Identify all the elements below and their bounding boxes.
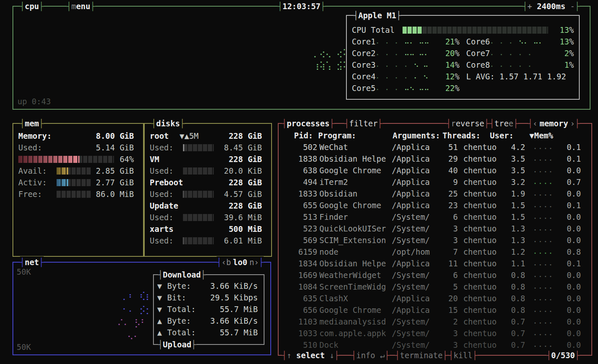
network-stat-value: 3.66 KiB/s [210, 315, 258, 327]
process-arguments: /System/ [390, 269, 435, 281]
disk-size: 228 GiB [199, 130, 262, 142]
network-stat-label: Bit: [167, 292, 210, 303]
process-row[interactable]: 1103 mediaanalysisd /System/ 2 chentuo 0… [279, 316, 591, 327]
process-row[interactable]: 1033 com.apple.appk /System/ 3 chentuo 0… [279, 327, 591, 339]
menu-button[interactable]: menu [67, 0, 95, 12]
process-arguments: /Applica [390, 199, 435, 211]
process-row[interactable]: 569 SCIM_Extension /System/ 3 chentuo 1.… [279, 234, 591, 246]
disk-item: Update 228 GiB Used: 39.6 MiB [150, 200, 262, 223]
process-mem-percent: 0.7 [508, 327, 525, 339]
disk-io-rate: ▼▲5M [180, 130, 199, 142]
select-control[interactable]: ↑ select ↓ [282, 349, 339, 361]
header-pid[interactable]: Pid: [294, 130, 313, 141]
terminate-button[interactable]: terminate [395, 349, 447, 361]
process-pid: 513 [284, 211, 317, 223]
process-row[interactable]: 638 Google Chrome /Applica 40 chentuo 3.… [279, 165, 591, 176]
memory-gauge-meter [57, 179, 91, 186]
tree-view-button[interactable]: tree [489, 118, 518, 129]
cpu-total-label: CPU Total [352, 24, 399, 36]
process-row[interactable]: 6159 node /opt/hom 7 chentuo 1.2 ⠄⠄⠄⠄ 0.… [279, 246, 591, 258]
info-button[interactable]: info ↵ [351, 349, 390, 361]
process-cpu-graph: ⠄⠄⠄⠄ [525, 339, 554, 351]
process-cpu-graph: ⠄⠄⠄⠄ [525, 269, 554, 281]
process-threads: 23 [435, 199, 458, 211]
process-pid: 1103 [284, 316, 317, 327]
process-row[interactable]: 502 WeChat /Applica 51 chentuo 4.2 ⠄⠄⠄⠄ … [279, 141, 591, 153]
direction-arrow-icon: ▲ [157, 315, 167, 327]
process-pid: 494 [284, 176, 317, 188]
process-row[interactable]: 1833 Obsidian /Applica 25 chentuo 1.9 ⠄⠄… [279, 188, 591, 199]
filter-button[interactable]: filter [344, 118, 383, 129]
header-mem-sort[interactable]: ▼Mem% [529, 130, 553, 141]
disk-name-row: xarts 500 MiB [150, 223, 262, 235]
process-cpu-percent: 0.0 [554, 316, 581, 327]
process-row[interactable]: 1834 Obsidian Helpe /Applica 11 chentuo … [279, 258, 591, 269]
process-cpu-percent: 0.0 [554, 188, 581, 199]
core-percent: 13% [555, 36, 574, 47]
core-row: Core1 ⠄ ⠄ ⠄ ⠤⠄ ⠤⠤ 21% [352, 36, 460, 47]
process-mem-percent: 1.5 [508, 211, 525, 223]
process-row[interactable]: 655 Google Chrome /Applica 23 chentuo 1.… [279, 199, 591, 211]
process-cpu-percent: 0.1 [554, 258, 581, 269]
process-pid: 1669 [284, 269, 317, 281]
process-pid: 6159 [284, 246, 317, 258]
header-arguments[interactable]: Arguments: [393, 130, 440, 141]
process-pid: 523 [284, 223, 317, 234]
process-cpu-graph: ⠄⠄⠄⠄ [525, 281, 554, 293]
header-program[interactable]: Program: [318, 130, 356, 141]
refresh-rate-control[interactable]: + 2400ms - [523, 0, 580, 12]
core-usage-graph: ⠄ ⠄ ⠄ ⠄ ⠄ [490, 59, 555, 71]
process-row[interactable]: 635 ClashX /Applica 20 chentuo 0.8 ⠄⠄⠄⠄ … [279, 293, 591, 304]
process-mem-percent: 1.1 [508, 258, 525, 269]
process-arguments: /System/ [390, 339, 435, 351]
header-threads[interactable]: Threads: [442, 130, 481, 141]
header-user[interactable]: User: [490, 130, 514, 141]
process-pid: 1033 [284, 327, 317, 339]
process-program: WeChat [317, 141, 390, 153]
disk-used-label: Used: [150, 235, 183, 246]
process-cpu-percent: 0.0 [554, 269, 581, 281]
disk-used-row: Used: 6.01 MiB [150, 235, 262, 246]
core-row: Core3 ⠄ ⠄ ⠄ ⠄ ⠢ ⠤ 14% [352, 59, 460, 71]
process-program: com.apple.appk [317, 327, 390, 339]
process-cpu-percent: 0.0 [554, 339, 581, 351]
process-row[interactable]: 656 Google Chrome /Applica 15 chentuo 0.… [279, 304, 591, 316]
disk-used-value: 6.01 MiB [218, 235, 262, 246]
process-program: QuickLookUISer [317, 223, 390, 234]
disk-used-row: Used: 39.6 MiB [150, 212, 262, 223]
process-cpu-graph: ⠄⠄⠄⠄ [525, 223, 554, 234]
core-name: Core5 [352, 82, 376, 94]
disk-used-meter [183, 214, 214, 221]
process-pid: 655 [284, 199, 317, 211]
reverse-sort-button[interactable]: reverse [446, 118, 489, 129]
process-program: Obsidian [317, 188, 390, 199]
process-user: chentuo [458, 281, 508, 293]
process-program: Google Chrome [317, 304, 390, 316]
process-row[interactable]: 513 Finder /System/ 6 chentuo 1.5 ⠄⠄⠄⠄ 0… [279, 211, 591, 223]
disk-name-row: root ▼▲5M 228 GiB [150, 130, 262, 142]
process-row[interactable]: 1838 Obsidian Helpe /Applica 29 chentuo … [279, 153, 591, 165]
process-row[interactable]: 510 Dock /System/ 3 chentuo 0.7 ⠄⠄⠄⠄ 0.0 [279, 339, 591, 351]
disk-used-meter [183, 167, 214, 175]
process-arguments: /Applica [390, 188, 435, 199]
process-threads: 3 [435, 327, 458, 339]
disk-used-meter [183, 144, 214, 151]
core-usage-graph: ⠄ ⠄ ⠄ ⠤⠤ ⠤⠄ [376, 47, 440, 59]
disk-used-label: Used: [150, 165, 183, 177]
process-row[interactable]: 1084 ScreenTimeWidg /System/ 5 chentuo 0… [279, 281, 591, 293]
process-row[interactable]: 1669 WeatherWidget /System/ 6 chentuo 0.… [279, 269, 591, 281]
process-cpu-graph: ⠄⠄⠄⠄ [525, 327, 554, 339]
process-cpu-graph: ⠄⠄⠄⠄ [525, 199, 554, 211]
process-row[interactable]: 523 QuickLookUISer /System/ 3 chentuo 1.… [279, 223, 591, 234]
process-cpu-graph: ⠄⠄⠄⠄ [525, 293, 554, 304]
cpu-usage-graph: ⡀⢔⢄ ⢔⢕ ⢰⢵⢡ ⣪⢵ [313, 47, 348, 71]
network-stat-row: ▲ Total: 55.7 MiB [157, 327, 258, 338]
disk-used-value: 39.6 MiB [218, 212, 262, 223]
sort-column-selector[interactable]: ‹memory› [528, 118, 580, 129]
kill-button[interactable]: kill [449, 349, 477, 361]
process-user: chentuo [458, 211, 508, 223]
network-interface-switcher[interactable]: ‹blo0n› [217, 256, 264, 268]
process-arguments: /opt/hom [390, 246, 435, 258]
process-row[interactable]: 494 iTerm2 /Applica 9 chentuo 3.2 ⠄⠄⠄⠄ 0… [279, 176, 591, 188]
disk-name: xarts [150, 223, 173, 235]
